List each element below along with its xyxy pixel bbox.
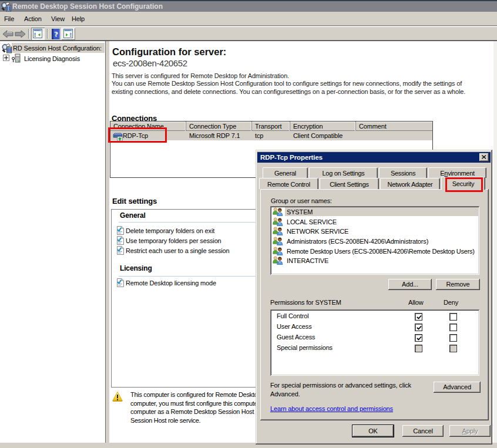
svg-text:?: ? (54, 29, 58, 38)
